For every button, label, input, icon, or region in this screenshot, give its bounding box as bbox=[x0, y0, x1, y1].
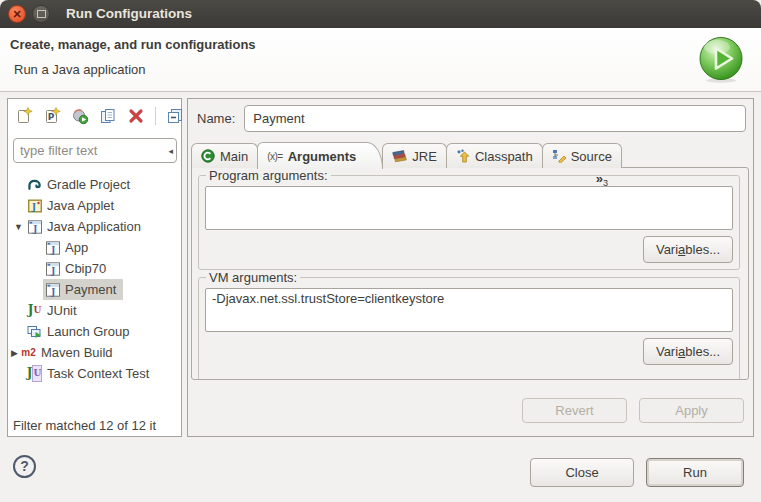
collapsed-arrow-icon[interactable]: ▶ bbox=[8, 348, 21, 358]
maven-build-icon: m2 bbox=[21, 345, 36, 360]
svg-text:J: J bbox=[50, 265, 55, 275]
tree-item-label: Cbip70 bbox=[65, 261, 106, 276]
tree-item-label: Gradle Project bbox=[47, 177, 130, 192]
program-variables-button[interactable]: Variables... bbox=[643, 236, 733, 263]
sidebar-toolbar: P bbox=[15, 105, 178, 127]
vm-variables-button[interactable]: Variables... bbox=[643, 338, 733, 365]
configurations-tree: Gradle Project J Java Applet ▼ J bbox=[8, 174, 181, 412]
collapse-all-icon[interactable] bbox=[166, 107, 184, 125]
java-application-icon: J bbox=[45, 282, 60, 297]
new-launch-configuration-icon[interactable] bbox=[15, 107, 33, 125]
tree-item-cbip70[interactable]: J Cbip70 bbox=[8, 258, 181, 279]
svg-text:J: J bbox=[30, 201, 35, 211]
titlebar: ✕ Run Configurations bbox=[0, 0, 761, 29]
tree-item-label: JUnit bbox=[47, 303, 77, 318]
program-arguments-group: Program arguments: Variables... bbox=[198, 168, 740, 270]
tab-label: Arguments bbox=[288, 149, 357, 164]
arguments-tab-icon: (x)= bbox=[267, 151, 283, 162]
tree-item-launch-group[interactable]: Launch Group bbox=[8, 321, 181, 342]
window-title: Run Configurations bbox=[66, 0, 192, 27]
tab-classpath[interactable]: Classpath bbox=[446, 143, 543, 168]
new-prototype-icon[interactable]: P bbox=[43, 107, 61, 125]
tab-jre[interactable]: JRE bbox=[382, 143, 447, 168]
expanded-arrow-icon[interactable]: ▼ bbox=[12, 222, 25, 232]
vm-arguments-textarea[interactable]: -Djavax.net.ssl.trustStore=clientkeystor… bbox=[205, 288, 733, 332]
tree-item-label: Java Application bbox=[47, 219, 141, 234]
svg-text:J: J bbox=[32, 223, 37, 233]
tree-item-payment-selected[interactable]: J Payment bbox=[8, 279, 181, 300]
tab-overflow-chevron[interactable]: »3 bbox=[596, 171, 608, 188]
tree-item-maven-build[interactable]: ▶ m2 Maven Build bbox=[8, 342, 181, 363]
tab-label: Classpath bbox=[475, 149, 533, 164]
tab-label: Source bbox=[571, 149, 612, 164]
header-subtitle: Run a Java application bbox=[14, 62, 146, 77]
launch-group-icon bbox=[27, 324, 42, 339]
filter-collapse-arrow-icon[interactable]: ◂ bbox=[168, 146, 176, 156]
tree-item-label: Launch Group bbox=[47, 324, 129, 339]
svg-text:P: P bbox=[48, 112, 55, 122]
task-context-test-icon: JU bbox=[27, 366, 42, 381]
tab-label: JRE bbox=[412, 149, 437, 164]
java-applet-icon: J bbox=[27, 198, 42, 213]
gradle-project-icon bbox=[27, 177, 42, 192]
tab-main[interactable]: Main bbox=[191, 143, 258, 168]
name-input[interactable] bbox=[244, 105, 746, 132]
apply-button[interactable]: Apply bbox=[639, 398, 744, 423]
tab-source[interactable]: Source bbox=[542, 143, 622, 168]
filter-match-status: Filter matched 12 of 12 it bbox=[13, 418, 181, 433]
name-row: Name: bbox=[197, 105, 746, 132]
filter-box: ◂ bbox=[13, 138, 177, 163]
window-close-button[interactable]: ✕ bbox=[8, 5, 26, 23]
tree-item-java-application[interactable]: ▼ J Java Application bbox=[8, 216, 181, 237]
program-arguments-textarea[interactable] bbox=[205, 186, 733, 230]
jre-tab-icon bbox=[392, 149, 407, 163]
name-label: Name: bbox=[197, 111, 235, 126]
filter-input[interactable] bbox=[14, 143, 168, 158]
tree-item-junit[interactable]: JU JUnit bbox=[8, 300, 181, 321]
revert-button[interactable]: Revert bbox=[522, 398, 627, 423]
java-application-icon: J bbox=[45, 240, 60, 255]
junit-icon: JU bbox=[27, 303, 42, 318]
source-tab-icon bbox=[552, 149, 566, 163]
tree-item-gradle-project[interactable]: Gradle Project bbox=[8, 174, 181, 195]
svg-text:J: J bbox=[50, 286, 55, 296]
arguments-tab-content: »3 Program arguments: Variables... VM ar… bbox=[191, 167, 749, 380]
tab-arguments-selected[interactable]: (x)= Arguments bbox=[257, 142, 383, 169]
maximize-icon bbox=[37, 10, 46, 18]
configuration-detail-panel: Name: Main (x)= Arguments bbox=[187, 98, 754, 437]
header-title: Create, manage, and run configurations bbox=[10, 37, 256, 52]
export-launch-configurations-icon[interactable] bbox=[71, 107, 89, 125]
svg-text:J: J bbox=[50, 244, 55, 254]
main-tab-icon bbox=[201, 149, 215, 163]
configurations-sidebar: P bbox=[7, 98, 182, 437]
close-button[interactable]: Close bbox=[530, 458, 634, 487]
delete-icon[interactable] bbox=[127, 107, 145, 125]
tree-item-app[interactable]: J App bbox=[8, 237, 181, 258]
duplicate-icon[interactable] bbox=[99, 107, 117, 125]
dialog-header: Create, manage, and run configurations R… bbox=[0, 28, 761, 92]
tree-item-label: Payment bbox=[65, 282, 116, 297]
window-maximize-button[interactable] bbox=[32, 5, 50, 23]
tree-item-label: Java Applet bbox=[47, 198, 114, 213]
help-button[interactable]: ? bbox=[13, 455, 36, 478]
tree-item-label: Task Context Test bbox=[47, 366, 149, 381]
java-application-icon: J bbox=[27, 219, 42, 234]
tree-item-label: Maven Build bbox=[41, 345, 113, 360]
tab-label: Main bbox=[220, 149, 248, 164]
toolbar-separator bbox=[155, 107, 156, 125]
vm-arguments-label: VM arguments: bbox=[206, 270, 300, 285]
java-application-icon: J bbox=[45, 261, 60, 276]
vm-arguments-group: VM arguments: -Djavax.net.ssl.trustStore… bbox=[198, 270, 740, 380]
tree-item-label: App bbox=[65, 240, 88, 255]
run-banner-icon bbox=[697, 35, 745, 83]
run-configurations-dialog: ✕ Run Configurations Create, manage, and… bbox=[0, 0, 761, 502]
tree-item-java-applet[interactable]: J Java Applet bbox=[8, 195, 181, 216]
tree-item-task-context-test[interactable]: JU Task Context Test bbox=[8, 363, 181, 384]
classpath-tab-icon bbox=[456, 149, 470, 163]
tab-bar: Main (x)= Arguments JRE bbox=[191, 141, 621, 168]
program-arguments-label: Program arguments: bbox=[206, 168, 331, 183]
run-button[interactable]: Run bbox=[646, 458, 744, 487]
